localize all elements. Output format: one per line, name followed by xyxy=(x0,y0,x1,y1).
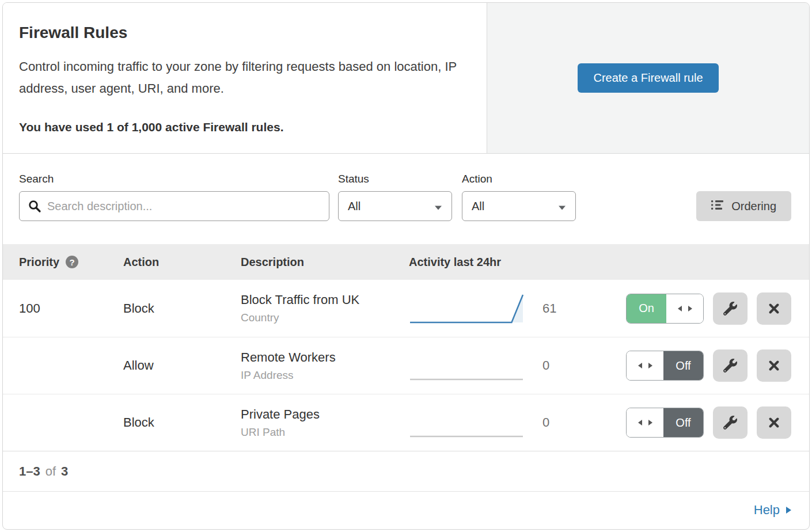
activity-sparkline xyxy=(409,290,524,327)
delete-rule-button[interactable] xyxy=(757,406,791,439)
column-priority: Priority ? xyxy=(19,256,123,269)
search-icon xyxy=(28,199,41,215)
table-row: Allow Remote Workers IP Address 0 Off xyxy=(3,337,809,394)
list-ordering-icon xyxy=(711,200,724,213)
activity-count: 61 xyxy=(542,301,556,316)
search-box xyxy=(19,191,329,221)
x-icon xyxy=(768,302,780,315)
activity-sparkline xyxy=(409,347,524,384)
toggle-handle-icon xyxy=(666,294,703,323)
rule-description: Block Traffic from UK xyxy=(241,292,409,307)
x-icon xyxy=(768,416,780,429)
status-select[interactable]: All xyxy=(338,191,452,221)
rule-match-type: URI Path xyxy=(241,426,409,439)
toggle-handle-icon xyxy=(627,351,663,380)
wrench-icon xyxy=(723,302,737,316)
usage-note: You have used 1 of 1,000 active Firewall… xyxy=(19,120,468,134)
search-group: Search xyxy=(19,173,329,221)
wrench-icon xyxy=(723,416,737,430)
action-select[interactable]: All xyxy=(462,191,576,221)
column-description: Description xyxy=(241,256,409,269)
header-text-panel: Firewall Rules Control incoming traffic … xyxy=(3,3,487,153)
header-section: Firewall Rules Control incoming traffic … xyxy=(3,3,809,154)
header-action-panel: Create a Firewall rule xyxy=(487,3,809,153)
action-value: Allow xyxy=(123,358,241,373)
action-selected-value: All xyxy=(472,200,484,213)
rule-enabled-toggle[interactable]: Off xyxy=(626,351,704,381)
action-value: Block xyxy=(123,415,241,430)
rule-match-type: IP Address xyxy=(241,369,409,382)
action-value: Block xyxy=(123,301,241,316)
page-description: Control incoming traffic to your zone by… xyxy=(19,56,462,100)
chevron-down-icon xyxy=(558,200,566,213)
activity-count: 0 xyxy=(542,358,549,373)
pagination-bar: 1–3 of 3 xyxy=(3,451,809,491)
delete-rule-button[interactable] xyxy=(757,349,791,382)
search-label: Search xyxy=(19,173,329,185)
rule-match-type: Country xyxy=(241,311,409,324)
column-activity: Activity last 24hr xyxy=(409,256,791,269)
edit-rule-button[interactable] xyxy=(713,349,748,382)
pagination-total: 3 xyxy=(61,464,68,479)
edit-rule-button[interactable] xyxy=(713,292,748,325)
column-priority-label: Priority xyxy=(19,256,59,269)
help-link-label: Help xyxy=(754,503,780,518)
caret-right-icon xyxy=(786,503,792,518)
ordering-button-label: Ordering xyxy=(731,200,776,213)
status-selected-value: All xyxy=(348,200,361,213)
pagination-range: 1–3 xyxy=(19,464,40,479)
help-bar: Help xyxy=(3,491,809,529)
toggle-state-label: Off xyxy=(663,351,703,380)
x-icon xyxy=(768,359,780,372)
rule-description: Private Pages xyxy=(241,407,409,422)
rule-enabled-toggle[interactable]: Off xyxy=(626,408,704,438)
help-circle-icon[interactable]: ? xyxy=(66,256,78,268)
chevron-down-icon xyxy=(434,200,442,213)
filter-bar: Search Status All Action xyxy=(3,154,809,244)
firewall-rules-card: Firewall Rules Control incoming traffic … xyxy=(2,2,810,530)
rule-enabled-toggle[interactable]: On xyxy=(626,294,704,324)
action-group: Action All xyxy=(462,173,576,221)
activity-count: 0 xyxy=(542,415,549,430)
toggle-state-label: Off xyxy=(663,408,703,437)
wrench-icon xyxy=(723,359,737,373)
status-label: Status xyxy=(338,173,452,185)
pagination-of: of xyxy=(45,464,56,479)
rule-description: Remote Workers xyxy=(241,350,409,365)
priority-value: 100 xyxy=(19,301,123,316)
toggle-state-label: On xyxy=(627,294,666,323)
toggle-handle-icon xyxy=(627,408,663,437)
search-input[interactable] xyxy=(19,191,329,221)
column-action: Action xyxy=(123,256,241,269)
create-firewall-rule-button[interactable]: Create a Firewall rule xyxy=(578,63,718,93)
table-header: Priority ? Action Description Activity l… xyxy=(3,244,809,280)
table-row: Block Private Pages URI Path 0 Off xyxy=(3,394,809,451)
help-link[interactable]: Help xyxy=(754,503,792,518)
action-label: Action xyxy=(462,173,576,185)
status-group: Status All xyxy=(338,173,452,221)
delete-rule-button[interactable] xyxy=(757,292,791,325)
edit-rule-button[interactable] xyxy=(713,406,748,439)
page-title: Firewall Rules xyxy=(19,24,468,42)
activity-sparkline xyxy=(409,404,524,441)
ordering-button[interactable]: Ordering xyxy=(696,191,791,221)
table-row: 100 Block Block Traffic from UK Country … xyxy=(3,280,809,337)
